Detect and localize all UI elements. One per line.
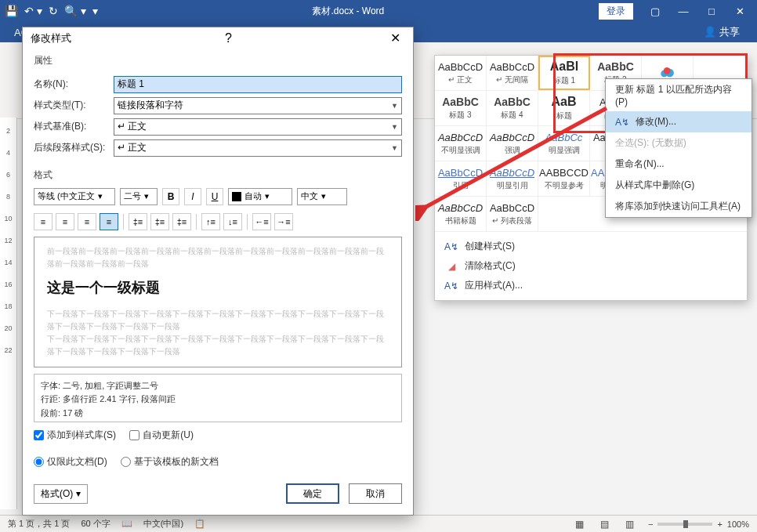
align-justify-button[interactable]: ≡	[100, 213, 118, 230]
style-list-para[interactable]: AaBbCcD↵ 列表段落	[487, 197, 538, 231]
dialog-help-icon[interactable]: ?	[220, 30, 237, 47]
line-spacing-2-button[interactable]: ‡≡	[172, 213, 191, 230]
style-book-title[interactable]: AaBbCcD书籍标题	[435, 197, 487, 231]
menu-modify-style[interactable]: A↯修改(M)...	[606, 111, 752, 132]
word-count[interactable]: 60 个字	[81, 518, 110, 530]
svg-point-2	[663, 67, 670, 74]
italic-button[interactable]: I	[184, 188, 201, 205]
style-next-combo[interactable]: ↵ 正文▼	[114, 139, 402, 157]
style-description: 字体: 二号, 加粗, 字距调整二号 行距: 多倍行距 2.41 字行, 段落间…	[34, 374, 402, 422]
modify-icon: A↯	[615, 117, 629, 128]
save-icon[interactable]: 💾	[5, 5, 18, 17]
maximize-icon[interactable]: □	[699, 2, 724, 20]
lang-combo[interactable]: 中文▾	[297, 188, 347, 205]
preview-heading: 这是一个一级标题	[47, 278, 389, 297]
line-spacing-15-button[interactable]: ‡≡	[150, 213, 169, 230]
underline-button[interactable]: U	[206, 188, 223, 205]
ok-button[interactable]: 确定	[286, 483, 339, 504]
section-format: 格式	[23, 164, 413, 183]
style-context-menu: 更新 标题 1 以匹配所选内容(P) A↯修改(M)... 全选(S): (无数…	[605, 78, 752, 218]
font-family-combo[interactable]: 等线 (中文正文▾	[34, 188, 115, 205]
format-dropdown-button[interactable]: 格式(O)▾	[34, 484, 88, 504]
menu-remove-from-gallery[interactable]: 从样式库中删除(G)	[606, 175, 752, 196]
font-color-combo[interactable]: 自动▾	[228, 188, 292, 205]
style-heading4[interactable]: AaBbC标题 4	[487, 91, 538, 125]
cancel-button[interactable]: 取消	[349, 483, 402, 504]
zoom-out-button[interactable]: −	[648, 519, 653, 529]
create-style-action[interactable]: A↯创建样式(S)	[435, 237, 747, 256]
print-layout-icon[interactable]: ▤	[598, 519, 612, 530]
title-bar: 💾 ↶ ▾ ↻ 🔍 ▾ ▾ 素材.docx - Word 登录 ▢ — □ ✕	[0, 0, 757, 22]
style-subtle-emphasis[interactable]: AaBbCcD不明显强调	[435, 126, 487, 161]
apply-style-icon: A↯	[444, 280, 458, 291]
align-left-button[interactable]: ≡	[34, 213, 53, 230]
style-intense-quote[interactable]: AaBbCcD明显引用	[487, 161, 538, 196]
chevron-down-icon: ▾	[144, 191, 149, 201]
minimize-icon[interactable]: —	[671, 2, 696, 20]
style-heading3[interactable]: AaBbC标题 3	[435, 91, 487, 125]
style-type-combo[interactable]: 链接段落和字符▼	[114, 97, 402, 114]
chevron-down-icon: ▼	[391, 102, 398, 110]
close-icon[interactable]: ✕	[727, 2, 752, 20]
font-size-combo[interactable]: 二号▾	[120, 188, 158, 205]
chevron-down-icon: ▾	[321, 191, 326, 201]
dialog-title: 修改样式	[31, 31, 71, 45]
web-layout-icon[interactable]: ▥	[623, 519, 637, 530]
space-before-dec-button[interactable]: ↓≡	[223, 213, 242, 230]
spellcheck-icon[interactable]: 📖	[121, 519, 132, 529]
ribbon-options-icon[interactable]: ▢	[643, 2, 668, 20]
read-mode-icon[interactable]: ▦	[573, 519, 587, 530]
section-properties: 属性	[23, 49, 413, 69]
style-title[interactable]: AaB标题	[538, 91, 590, 125]
chevron-down-icon: ▾	[76, 488, 81, 499]
line-spacing-1-button[interactable]: ‡≡	[129, 213, 147, 230]
share-button[interactable]: 👤 共享	[704, 25, 740, 39]
align-center-button[interactable]: ≡	[56, 213, 74, 230]
name-label: 名称(N):	[34, 78, 106, 91]
based-template-radio[interactable]: 基于该模板的新文档	[121, 455, 219, 469]
redo-icon[interactable]: ↻	[49, 5, 58, 17]
zoom-in-button[interactable]: +	[717, 519, 722, 529]
chevron-down-icon: ▼	[391, 144, 398, 152]
language-status[interactable]: 中文(中国)	[143, 518, 183, 530]
chevron-down-icon: ▾	[98, 191, 103, 201]
style-quote[interactable]: AaBbCcD引用	[435, 161, 487, 196]
qat-dropdown-icon[interactable]: ▾	[92, 5, 98, 17]
style-name-input[interactable]	[114, 76, 402, 93]
dialog-close-icon[interactable]: ✕	[386, 29, 405, 47]
dialog-titlebar: 修改样式 ? ✕	[23, 27, 413, 49]
login-button[interactable]: 登录	[599, 3, 633, 20]
zoom-slider[interactable]	[657, 523, 712, 526]
style-intense-emphasis[interactable]: AaBbCc明显强调	[538, 126, 590, 161]
only-this-doc-radio[interactable]: 仅限此文档(D)	[34, 455, 107, 469]
space-before-inc-button[interactable]: ↑≡	[201, 213, 220, 230]
preview-icon[interactable]: 🔍 ▾	[64, 5, 86, 17]
document-title: 素材.docx - Word	[98, 5, 599, 18]
cloud-icon	[659, 67, 676, 78]
style-heading1[interactable]: AaBl标题 1	[538, 56, 590, 90]
undo-icon[interactable]: ↶ ▾	[24, 5, 42, 17]
indent-inc-button[interactable]: →≡	[274, 213, 293, 230]
apply-style-action[interactable]: A↯应用样式(A)...	[435, 276, 747, 295]
style-preview: 前一段落前一段落前一段落前一段落前一段落前一段落前一段落前一段落前一段落前一段落…	[34, 237, 402, 367]
menu-update-style[interactable]: 更新 标题 1 以匹配所选内容(P)	[606, 79, 752, 111]
page-status[interactable]: 第 1 页，共 1 页	[8, 518, 70, 530]
accessibility-icon[interactable]: 📋	[194, 519, 205, 529]
align-right-button[interactable]: ≡	[78, 213, 96, 230]
clear-format-action[interactable]: ◢清除格式(C)	[435, 256, 747, 276]
bold-button[interactable]: B	[162, 188, 179, 205]
status-bar: 第 1 页，共 1 页 60 个字 📖 中文(中国) 📋 ▦ ▤ ▥ − + 1…	[0, 515, 757, 532]
style-normal[interactable]: AaBbCcD↵ 正文	[435, 56, 487, 90]
add-to-gallery-checkbox[interactable]: 添加到样式库(S)	[34, 429, 116, 442]
menu-select-all: 全选(S): (无数据)	[606, 132, 752, 154]
indent-dec-button[interactable]: ←≡	[252, 213, 271, 230]
style-based-combo[interactable]: ↵ 正文▼	[114, 118, 402, 136]
style-nospacing[interactable]: AaBbCcD↵ 无间隔	[487, 56, 538, 90]
style-subtle-ref[interactable]: AABBCCD不明显参考	[538, 161, 590, 196]
menu-add-to-qat[interactable]: 将库添加到快速访问工具栏(A)	[606, 196, 752, 217]
zoom-level[interactable]: 100%	[727, 519, 749, 529]
style-emphasis[interactable]: AaBbCcD强调	[487, 126, 538, 161]
auto-update-checkbox[interactable]: 自动更新(U)	[129, 429, 194, 442]
based-label: 样式基准(B):	[34, 120, 106, 133]
menu-rename[interactable]: 重命名(N)...	[606, 154, 752, 175]
